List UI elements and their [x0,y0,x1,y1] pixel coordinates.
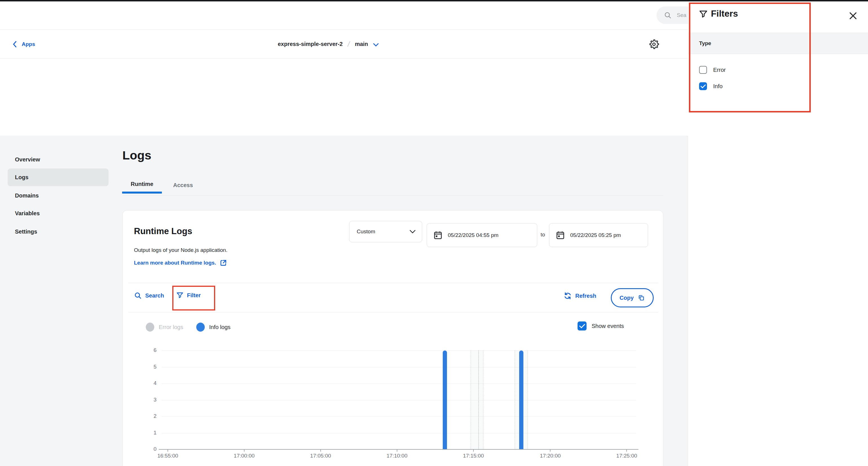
x-axis-tick [550,450,551,452]
x-axis-tick-label: 17:05:00 [301,453,340,459]
info-log-bar [443,351,447,450]
runtime-logs-card: Runtime Logs Custom 05/22/2025 04:55 pm … [122,210,663,466]
search-placeholder: Sea [677,12,686,18]
top-bar: Sea [0,1,688,30]
event-band [478,351,483,450]
x-axis-tick-label: 17:20:00 [530,453,570,459]
y-axis-tick-label: 2 [144,413,156,419]
filters-panel: Filters Type Error Info [688,0,868,466]
card-divider [128,283,658,283]
x-axis-tick-label: 17:25:00 [607,453,646,459]
calendar-icon [433,230,443,240]
sidebar-item-variables[interactable]: Variables [8,204,108,222]
y-axis-tick-label: 3 [144,397,156,403]
sidebar-item-domains[interactable]: Domains [8,187,108,204]
card-description: Output logs of your Node.js application. [134,247,227,253]
filter-option-error[interactable]: Error [699,66,725,74]
content-area: Overview Logs Domains Variables Settings… [0,136,688,466]
filter-section-header: Type [688,33,868,54]
copy-button[interactable]: Copy [611,288,654,307]
search-icon [664,11,672,19]
copy-icon [638,294,645,301]
window-top-edge [0,0,868,1]
x-axis-line [159,449,639,450]
app-window: Sea Apps express-simple-server-2 / main [0,0,868,466]
info-checkbox[interactable] [699,82,707,90]
external-link-icon [219,259,227,267]
x-axis-tick-label: 16:55:00 [148,453,188,459]
y-axis-tick-label: 6 [144,347,156,353]
x-axis-tick [320,450,321,452]
show-events-toggle[interactable]: Show events [578,322,624,331]
search-icon [134,292,142,299]
x-axis-tick [473,450,474,452]
learn-more-link[interactable]: Learn more about Runtime logs. [134,259,227,267]
chart-gridline [162,417,636,417]
page-title: Logs [122,148,151,162]
y-axis-tick-label: 4 [144,380,156,386]
back-to-apps-link[interactable]: Apps [12,30,35,59]
error-logs-legend-label[interactable]: Error logs [159,324,183,331]
tab-runtime[interactable]: Runtime [122,177,162,194]
chart-gridline [162,433,636,433]
sub-nav-bar: Apps express-simple-server-2 / main [0,30,688,59]
breadcrumb-branch-name[interactable]: main [355,41,368,47]
funnel-icon [176,292,184,299]
x-axis-tick-label: 17:10:00 [377,453,417,459]
breadcrumb-app-name[interactable]: express-simple-server-2 [278,41,343,47]
x-axis-tick-label: 17:00:00 [224,453,264,459]
calendar-icon [556,230,565,240]
info-logs-legend-dot[interactable] [196,323,205,332]
log-search-button[interactable]: Search [134,292,164,299]
chevron-down-icon[interactable] [373,43,379,47]
chart-gridline [162,400,636,400]
breadcrumb-separator: / [347,40,350,48]
sidebar-item-overview[interactable]: Overview [8,151,108,168]
breadcrumb: express-simple-server-2 / main [278,30,379,59]
y-axis-tick-label: 5 [144,364,156,370]
back-to-apps-label: Apps [22,41,35,47]
chevron-left-icon [12,41,18,47]
info-log-bar [519,351,523,450]
chart-legend: Error logs Info logs [146,323,230,332]
date-from-input[interactable]: 05/22/2025 04:55 pm [427,223,537,247]
chevron-down-icon [409,230,416,234]
date-range-select[interactable]: Custom [349,221,422,242]
event-band [471,351,479,450]
chart-gridline [162,384,636,384]
x-axis-tick [397,450,397,452]
close-icon[interactable] [848,11,858,21]
x-axis-tick [167,450,168,452]
card-title: Runtime Logs [134,226,192,236]
tab-access[interactable]: Access [162,177,204,194]
filters-panel-title: Filters [711,8,738,19]
show-events-checkbox[interactable] [578,322,587,331]
card-divider [128,312,658,312]
settings-gear-icon[interactable] [648,38,660,50]
error-checkbox[interactable] [699,66,707,74]
filter-option-info[interactable]: Info [699,82,722,90]
y-axis-tick-label: 1 [144,430,156,436]
date-to-input[interactable]: 05/22/2025 05:25 pm [549,223,648,247]
refresh-button[interactable]: Refresh [563,292,596,300]
error-logs-legend-dot[interactable] [146,323,154,332]
chart-gridline [162,351,636,351]
tabs-divider [122,195,663,196]
logs-tabs: Runtime Access [122,177,204,194]
info-logs-legend-label[interactable]: Info logs [209,324,231,331]
sidebar-item-settings[interactable]: Settings [8,223,108,241]
date-range-to-label: to [540,232,545,238]
x-axis-tick-label: 17:15:00 [454,453,493,459]
sidebar-item-logs[interactable]: Logs [8,168,108,186]
runtime-chart: 012345616:55:0017:00:0017:05:0017:10:001… [162,351,636,450]
x-axis-tick [244,450,245,452]
y-axis-tick-label: 0 [144,446,156,452]
environment-header: main js.wpenginepoweredstaging.com Rebui… [0,59,688,136]
x-axis-tick [626,450,627,452]
chart-gridline [162,367,636,367]
funnel-icon [699,9,708,19]
refresh-icon [563,292,572,300]
log-filter-button[interactable]: Filter [176,292,201,299]
